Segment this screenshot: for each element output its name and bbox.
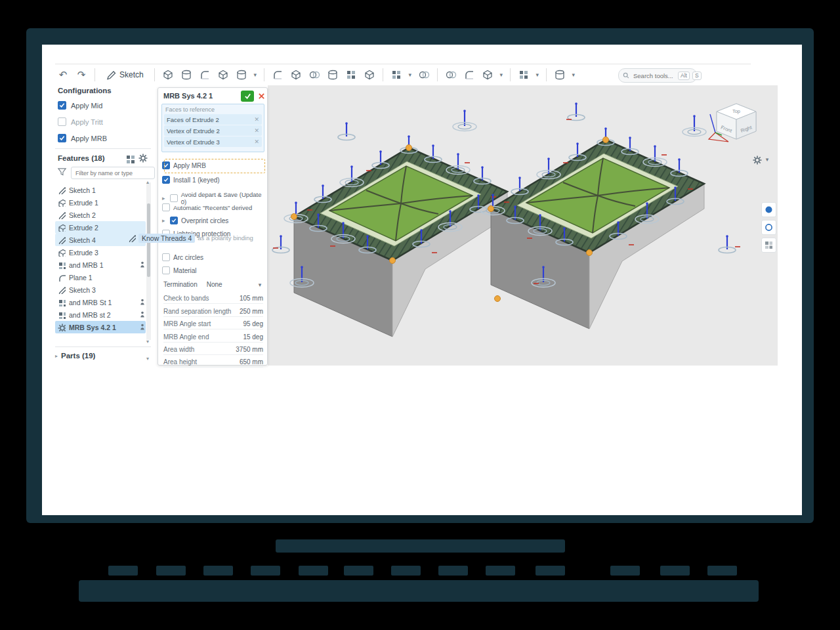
draft-icon[interactable] <box>306 67 322 83</box>
scroll-down-icon[interactable]: ▾ <box>146 356 149 362</box>
parts-section[interactable]: ▸ Parts (19) <box>55 352 95 360</box>
feature-row[interactable]: Plane 1 <box>55 271 146 284</box>
dialog-check-row[interactable]: Material <box>162 266 264 274</box>
loft-icon[interactable] <box>215 67 231 83</box>
shell-icon[interactable] <box>325 67 341 83</box>
termination-select[interactable]: Termination None ▾ <box>163 281 263 288</box>
selection-list[interactable]: Faces to reference Faces of Extrude 2 ✕ … <box>161 104 264 152</box>
feature-filter-box[interactable] <box>71 167 155 179</box>
parameter-value[interactable]: 15 deg <box>243 333 263 341</box>
panel-toggle-views[interactable] <box>761 238 776 253</box>
panel-toggle-isolate[interactable] <box>761 202 776 217</box>
mirror-icon[interactable] <box>416 67 432 83</box>
checkbox-unchecked-icon[interactable] <box>162 266 170 274</box>
scroll-down-icon[interactable]: ▾ <box>146 339 149 345</box>
view-cube-settings[interactable]: ▾ <box>752 154 776 165</box>
chevron-right-icon[interactable]: ▸ <box>162 195 167 201</box>
sketch-button[interactable]: Sketch <box>100 68 149 81</box>
config-option-row[interactable]: Apply Tritt <box>58 117 103 126</box>
redo-button[interactable]: ↷ <box>74 67 89 83</box>
hole-icon[interactable] <box>343 67 359 83</box>
person-icon <box>139 311 146 318</box>
parameter-row[interactable]: MRB Angle end 15 deg <box>163 333 263 343</box>
feature-row[interactable]: and MRB 1 <box>55 259 146 271</box>
chevron-down-icon[interactable]: ▾ <box>498 72 505 78</box>
dialog-check-row[interactable]: Arc circles <box>162 253 264 261</box>
chevron-down-icon: ▾ <box>764 156 770 163</box>
parameter-value[interactable]: 105 mm <box>240 295 263 302</box>
checkbox-unchecked-icon[interactable] <box>58 117 66 126</box>
extrude-icon[interactable] <box>160 67 176 83</box>
checkbox-unchecked-icon[interactable] <box>162 253 170 261</box>
feature-row[interactable]: Extrude 3 <box>55 246 146 259</box>
feature-row[interactable]: Sketch 2 <box>55 209 146 221</box>
laptop-key <box>299 566 328 576</box>
checkbox-checked-icon[interactable] <box>58 101 66 110</box>
feature-row-selected[interactable]: MRB Sys 4.2 1 <box>55 321 146 333</box>
view-cube[interactable]: Top Front Right <box>706 100 766 156</box>
chevron-right-icon[interactable]: ▸ <box>162 217 167 224</box>
config-option-row[interactable]: Apply MRB <box>58 134 107 142</box>
chevron-down-icon[interactable]: ▾ <box>534 72 541 78</box>
chevron-down-icon[interactable]: ▾ <box>252 72 259 78</box>
fillet-icon[interactable] <box>270 67 285 83</box>
parameter-value[interactable]: 650 mm <box>240 358 263 366</box>
laptop-key <box>108 566 138 576</box>
parameter-row[interactable]: MRB Angle start 95 deg <box>163 320 263 329</box>
remove-icon[interactable]: ✕ <box>254 138 259 145</box>
thicken-icon[interactable] <box>234 67 249 83</box>
revolve-icon[interactable] <box>178 67 194 83</box>
remove-icon[interactable]: ✕ <box>254 116 259 123</box>
graphics-viewport[interactable] <box>268 85 778 366</box>
checkbox-checked-icon[interactable] <box>170 217 178 224</box>
parameter-row[interactable]: Area height 650 mm <box>163 358 263 368</box>
parameter-row[interactable]: Check to bands 105 mm <box>163 295 263 304</box>
parameter-value[interactable]: 95 deg <box>243 320 263 327</box>
search-tools-box[interactable]: Alt S <box>618 68 697 83</box>
feature-row[interactable]: Sketch 3 <box>55 284 146 296</box>
parameter-value[interactable]: 3750 mm <box>236 346 263 353</box>
selection-chip[interactable]: Vertex of Extrude 3 ✕ <box>164 136 262 147</box>
feature-row[interactable]: and MRB st 2 <box>55 308 146 321</box>
parameter-value[interactable]: 250 mm <box>240 308 263 315</box>
filter-input[interactable] <box>74 169 152 177</box>
sweep-icon[interactable] <box>197 67 213 83</box>
dialog-check-row[interactable]: Apply MRB <box>162 161 264 169</box>
transform-icon[interactable] <box>480 67 495 83</box>
dialog-check-row[interactable]: Automatic "Recents" derived <box>162 203 264 211</box>
feature-row[interactable]: and MRB St 1 <box>55 296 146 308</box>
search-input[interactable] <box>632 72 675 80</box>
dialog-check-row[interactable]: Install 1 (keyed) <box>162 176 264 184</box>
checkbox-checked-icon[interactable] <box>162 176 170 184</box>
boolean-icon[interactable] <box>443 67 459 83</box>
custom-feature-icon <box>57 261 66 269</box>
view-cube-top-label[interactable]: Top <box>732 108 740 114</box>
panel-toggle-sections[interactable] <box>761 220 776 235</box>
pattern-icon[interactable] <box>388 67 404 83</box>
checkbox-unchecked-icon[interactable] <box>162 203 170 211</box>
parameter-row[interactable]: Rand separation length 250 mm <box>163 308 263 317</box>
confirm-button[interactable] <box>241 91 254 102</box>
scroll-up-icon[interactable]: ▴ <box>146 179 149 185</box>
rib-icon[interactable] <box>362 67 377 83</box>
checkbox-unchecked-icon[interactable] <box>170 194 178 202</box>
list-icon[interactable] <box>125 154 135 163</box>
selection-chip[interactable]: Faces of Extrude 2 ✕ <box>164 114 262 125</box>
feature-row[interactable]: Sketch 1 <box>55 184 146 196</box>
checkbox-checked-icon[interactable] <box>58 134 66 142</box>
cancel-button[interactable] <box>257 91 266 102</box>
feature-row[interactable]: Extrude 1 <box>55 196 146 209</box>
split-icon[interactable] <box>461 67 477 83</box>
config-option-row[interactable]: Apply Mid <box>58 101 102 110</box>
parameter-row[interactable]: Area width 3750 mm <box>163 346 263 355</box>
gear-icon[interactable] <box>138 153 148 163</box>
measure-icon[interactable] <box>552 67 568 83</box>
dialog-check-row[interactable]: ▸ Overprint circles <box>162 217 264 224</box>
assign-icon[interactable] <box>516 67 532 83</box>
remove-icon[interactable]: ✕ <box>254 127 259 134</box>
undo-button[interactable]: ↶ <box>55 67 71 83</box>
chamfer-icon[interactable] <box>288 67 304 83</box>
selection-chip[interactable]: Vertex of Extrude 2 ✕ <box>164 125 262 136</box>
chevron-down-icon[interactable]: ▾ <box>570 72 577 78</box>
chevron-down-icon[interactable]: ▾ <box>407 72 413 78</box>
